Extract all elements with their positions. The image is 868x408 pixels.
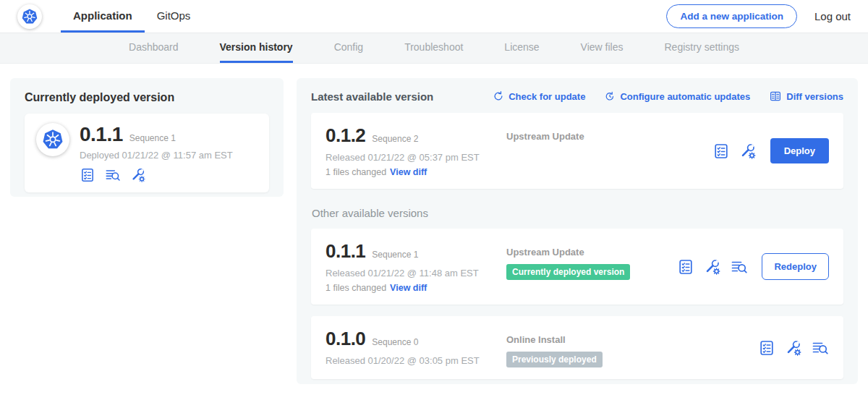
released-timestamp: Released 01/21/22 @ 05:37 pm EST xyxy=(326,152,506,163)
version-row-0-1-0: 0.1.0 Sequence 0 Released 01/20/22 @ 03:… xyxy=(311,316,843,379)
sequence-label: Sequence 1 xyxy=(372,250,418,260)
diff-versions-link[interactable]: Diff versions xyxy=(769,90,843,103)
check-for-update-label: Check for update xyxy=(509,91,585,102)
other-available-versions-title: Other available versions xyxy=(312,207,843,219)
configure-automatic-updates-link[interactable]: Configure automatic updates xyxy=(604,90,750,102)
subnav-tab-registry-settings[interactable]: Registry settings xyxy=(665,33,739,63)
previously-deployed-badge: Previously deployed xyxy=(506,352,603,367)
currently-deployed-panel: Currently deployed version 0.1.1 Sequenc… xyxy=(10,78,284,197)
redeploy-button[interactable]: Redeploy xyxy=(762,253,829,280)
release-notes-icon[interactable] xyxy=(677,258,694,276)
version-actions: Check for update Configure automatic upd… xyxy=(493,90,843,103)
logout-button[interactable]: Log out xyxy=(814,10,851,22)
version-history-panel: Latest available version Check for updat… xyxy=(297,78,858,384)
release-notes-icon[interactable] xyxy=(758,339,775,357)
deployed-version-card: 0.1.1 Sequence 1 Deployed 01/21/22 @ 11:… xyxy=(25,114,269,192)
view-diff-link[interactable]: View diff xyxy=(390,283,427,293)
main-content: Currently deployed version 0.1.1 Sequenc… xyxy=(0,64,868,408)
config-icon[interactable] xyxy=(704,258,721,276)
release-notes-icon[interactable] xyxy=(80,167,95,183)
latest-version-header: Latest available version Check for updat… xyxy=(311,90,843,103)
subnav-tab-license[interactable]: License xyxy=(504,33,539,63)
version-source-label: Upstream Update xyxy=(506,131,712,142)
subnav-tab-version-history[interactable]: Version history xyxy=(220,33,293,63)
add-new-application-button[interactable]: Add a new application xyxy=(666,4,797,28)
version-source-label: Upstream Update xyxy=(506,247,677,258)
version-row-0-1-1: 0.1.1 Sequence 1 Released 01/21/22 @ 11:… xyxy=(311,229,843,305)
deployed-version-number: 0.1.1 xyxy=(80,123,123,146)
released-timestamp: Released 01/21/22 @ 11:48 am EST xyxy=(326,268,506,279)
check-for-update-link[interactable]: Check for update xyxy=(493,90,585,102)
deploy-button[interactable]: Deploy xyxy=(770,138,829,163)
diff-icon xyxy=(769,90,782,103)
header-right: Add a new application Log out xyxy=(666,0,851,33)
tab-application[interactable]: Application xyxy=(61,0,145,33)
schedule-icon xyxy=(604,90,616,102)
view-diff-link[interactable]: View diff xyxy=(390,167,427,177)
subnav-tab-troubleshoot[interactable]: Troubleshoot xyxy=(404,33,463,63)
config-icon[interactable] xyxy=(739,143,757,160)
subnav-tab-config[interactable]: Config xyxy=(334,33,363,63)
tab-gitops[interactable]: GitOps xyxy=(145,0,203,33)
deployed-sequence-label: Sequence 1 xyxy=(129,133,176,143)
latest-available-title: Latest available version xyxy=(311,90,433,103)
released-timestamp: Released 01/20/22 @ 03:05 pm EST xyxy=(326,355,506,366)
refresh-icon xyxy=(493,90,504,102)
app-logo xyxy=(17,0,42,33)
configure-automatic-updates-label: Configure automatic updates xyxy=(620,91,750,102)
subnav-tab-dashboard[interactable]: Dashboard xyxy=(129,33,179,63)
currently-deployed-badge: Currently deployed version xyxy=(506,264,630,280)
logs-icon[interactable] xyxy=(731,258,748,276)
kubernetes-logo-icon xyxy=(36,123,69,156)
sequence-label: Sequence 2 xyxy=(372,134,418,144)
app-nav-tabs: Application GitOps xyxy=(61,0,203,33)
subnav-tab-view-files[interactable]: View files xyxy=(581,33,624,63)
files-changed-label: 1 files changed xyxy=(326,167,386,177)
release-notes-icon[interactable] xyxy=(712,143,730,160)
diff-versions-label: Diff versions xyxy=(786,91,843,102)
sequence-label: Sequence 0 xyxy=(372,337,418,347)
version-number: 0.1.1 xyxy=(326,240,365,263)
version-number: 0.1.2 xyxy=(326,124,365,147)
version-number: 0.1.0 xyxy=(326,328,365,350)
logs-icon[interactable] xyxy=(812,339,829,357)
files-changed-label: 1 files changed xyxy=(326,283,386,293)
deployed-timestamp: Deployed 01/21/22 @ 11:57 am EST xyxy=(80,150,233,161)
config-icon[interactable] xyxy=(785,339,802,357)
top-header: Application GitOps Add a new application… xyxy=(0,0,868,33)
config-icon[interactable] xyxy=(130,167,146,183)
logs-icon[interactable] xyxy=(103,167,122,183)
app-subnav: Dashboard Version history Config Trouble… xyxy=(0,33,868,64)
kubernetes-logo-icon xyxy=(17,4,42,29)
version-row-0-1-2: 0.1.2 Sequence 2 Released 01/21/22 @ 05:… xyxy=(311,113,843,189)
currently-deployed-title: Currently deployed version xyxy=(25,91,269,104)
version-source-label: Online Install xyxy=(506,334,758,345)
